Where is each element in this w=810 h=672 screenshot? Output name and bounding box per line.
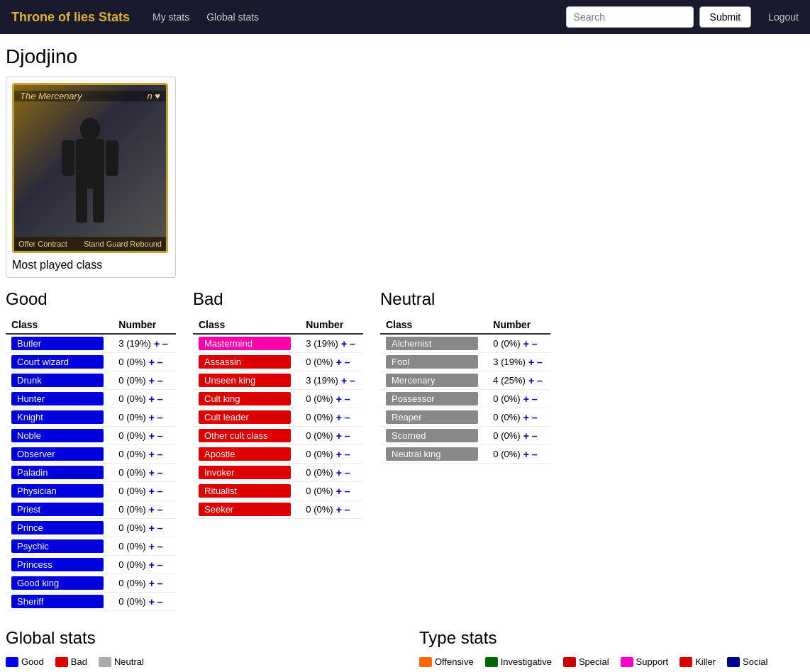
svg-rect-5: [93, 187, 104, 223]
decrement-button[interactable]: –: [157, 412, 163, 423]
increment-button[interactable]: +: [523, 430, 529, 442]
number-value: 0 (0%): [118, 449, 145, 459]
svg-rect-4: [76, 187, 87, 223]
increment-button[interactable]: +: [336, 412, 342, 423]
my-stats-link[interactable]: My stats: [152, 11, 189, 23]
class-name: Seeker: [199, 503, 291, 516]
increment-button[interactable]: +: [149, 596, 155, 607]
increment-button[interactable]: +: [336, 449, 342, 460]
decrement-button[interactable]: –: [350, 375, 355, 386]
increment-button[interactable]: +: [336, 486, 342, 497]
table-row: Drunk0 (0%)+–: [6, 371, 176, 390]
increment-button[interactable]: +: [149, 375, 155, 386]
increment-button[interactable]: +: [528, 357, 534, 368]
decrement-button[interactable]: –: [157, 375, 163, 386]
submit-button[interactable]: Submit: [699, 6, 752, 28]
increment-button[interactable]: +: [149, 522, 155, 534]
decrement-button[interactable]: –: [532, 430, 538, 442]
decrement-button[interactable]: –: [157, 541, 163, 552]
decrement-button[interactable]: –: [157, 393, 163, 405]
bad-table: Class Number Mastermind3 (19%)+–Assassin…: [193, 316, 363, 519]
table-row: Unseen king3 (19%)+–: [193, 371, 363, 390]
card-ability-2: Stand Guard Rebound: [84, 240, 162, 248]
increment-button[interactable]: +: [523, 338, 529, 349]
decrement-button[interactable]: –: [157, 430, 163, 442]
increment-button[interactable]: +: [149, 578, 155, 589]
increment-button[interactable]: +: [149, 357, 155, 368]
increment-button[interactable]: +: [149, 486, 155, 497]
decrement-button[interactable]: –: [537, 357, 543, 368]
number-value: 0 (0%): [493, 430, 520, 441]
decrement-button[interactable]: –: [157, 504, 163, 515]
number-value: 0 (0%): [118, 393, 145, 404]
increment-button[interactable]: +: [336, 430, 342, 442]
number-value: 3 (19%): [306, 375, 338, 386]
decrement-button[interactable]: –: [345, 449, 350, 460]
increment-button[interactable]: +: [523, 449, 529, 460]
class-name: Invoker: [199, 466, 291, 479]
increment-button[interactable]: +: [149, 449, 155, 460]
legend-label: Support: [636, 656, 669, 667]
legend-color: [679, 657, 692, 667]
class-name: Butler: [11, 337, 104, 350]
decrement-button[interactable]: –: [157, 578, 163, 589]
increment-button[interactable]: +: [336, 467, 342, 478]
class-name: Observer: [11, 447, 104, 461]
neutral-col-number: Number: [487, 316, 550, 334]
number-value: 0 (0%): [118, 412, 145, 422]
decrement-button[interactable]: –: [345, 467, 350, 478]
decrement-button[interactable]: –: [532, 449, 538, 460]
global-stats-link[interactable]: Global stats: [206, 11, 259, 23]
decrement-button[interactable]: –: [532, 338, 538, 349]
decrement-button[interactable]: –: [532, 393, 538, 405]
decrement-button[interactable]: –: [345, 486, 350, 497]
increment-button[interactable]: +: [336, 504, 342, 515]
neutral-table: Class Number Alchemist0 (0%)+–Fool3 (19%…: [380, 316, 550, 464]
legend-item: Offensive: [419, 656, 474, 667]
decrement-button[interactable]: –: [157, 596, 163, 607]
increment-button[interactable]: +: [154, 338, 160, 349]
logout-link[interactable]: Logout: [768, 11, 799, 23]
decrement-button[interactable]: –: [157, 522, 163, 534]
class-name: Psychic: [11, 539, 104, 553]
decrement-button[interactable]: –: [350, 338, 355, 349]
increment-button[interactable]: +: [149, 430, 155, 442]
decrement-button[interactable]: –: [162, 338, 168, 349]
decrement-button[interactable]: –: [157, 486, 163, 497]
increment-button[interactable]: +: [149, 393, 155, 405]
decrement-button[interactable]: –: [537, 375, 543, 386]
decrement-button[interactable]: –: [532, 412, 538, 423]
table-row: Possessor0 (0%)+–: [380, 390, 550, 408]
decrement-button[interactable]: –: [345, 357, 350, 368]
increment-button[interactable]: +: [528, 375, 534, 386]
increment-button[interactable]: +: [523, 393, 529, 405]
increment-button[interactable]: +: [341, 338, 347, 349]
increment-button[interactable]: +: [336, 393, 342, 405]
increment-button[interactable]: +: [149, 467, 155, 478]
increment-button[interactable]: +: [341, 375, 347, 386]
decrement-button[interactable]: –: [345, 412, 350, 423]
decrement-button[interactable]: –: [345, 393, 350, 405]
class-name: Alchemist: [386, 337, 478, 350]
global-stats-section: Global stats GoodBadNeutral: [6, 628, 391, 672]
decrement-button[interactable]: –: [345, 430, 350, 442]
decrement-button[interactable]: –: [345, 504, 350, 515]
number-value: 0 (0%): [493, 393, 520, 404]
increment-button[interactable]: +: [149, 559, 155, 571]
class-name: Cult king: [199, 392, 291, 405]
decrement-button[interactable]: –: [157, 449, 163, 460]
table-row: Reaper0 (0%)+–: [380, 408, 550, 427]
legend-color: [727, 657, 740, 667]
increment-button[interactable]: +: [149, 412, 155, 423]
decrement-button[interactable]: –: [157, 467, 163, 478]
increment-button[interactable]: +: [149, 541, 155, 552]
decrement-button[interactable]: –: [157, 559, 163, 571]
app-title: Throne of lies Stats: [11, 10, 130, 25]
increment-button[interactable]: +: [149, 504, 155, 515]
increment-button[interactable]: +: [336, 357, 342, 368]
increment-button[interactable]: +: [523, 412, 529, 423]
decrement-button[interactable]: –: [157, 357, 163, 368]
search-input[interactable]: [566, 6, 694, 28]
type-stats-section: Type stats OffensiveInvestigativeSpecial…: [419, 628, 804, 672]
class-name: Possessor: [386, 392, 478, 405]
